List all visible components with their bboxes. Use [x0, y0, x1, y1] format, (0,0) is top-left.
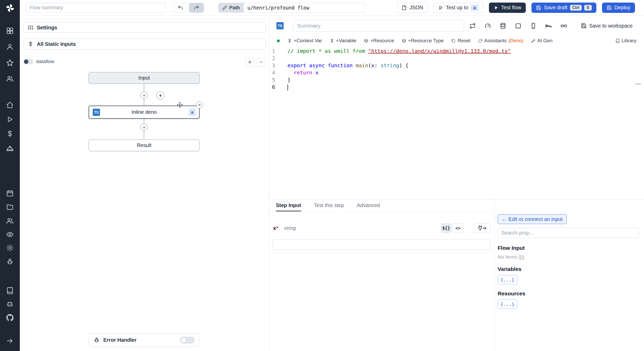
database-button[interactable]: [500, 23, 506, 29]
edit-or-connect-button[interactable]: ← Edit or connect an input: [498, 214, 567, 224]
step-id-badge: a: [189, 109, 196, 116]
reset-button[interactable]: Reset: [451, 38, 470, 44]
tab-advanced[interactable]: Advanced: [357, 199, 380, 211]
prop-search-input[interactable]: [498, 228, 639, 238]
grid-icon: [6, 27, 14, 35]
repeat-icon: [469, 23, 476, 29]
add-resource-type-button[interactable]: +Resource Type: [402, 38, 444, 44]
windmill-logo-icon[interactable]: [4, 2, 16, 14]
dataflow-label: dataflow: [36, 59, 54, 64]
dataflow-toggle[interactable]: [23, 59, 33, 64]
code-token: [353, 62, 356, 69]
path-input[interactable]: [244, 3, 365, 12]
code-line: 3 export async function main(x: string) …: [269, 62, 644, 69]
static-inputs-button[interactable]: All Static Inputs: [23, 39, 266, 49]
rest-button[interactable]: [545, 23, 552, 29]
flow-node-input[interactable]: Input: [89, 72, 200, 84]
arg-value-input[interactable]: [272, 239, 491, 250]
sidebar-item-apps[interactable]: [4, 25, 16, 37]
undo-icon: [177, 5, 183, 11]
sidebar-item-favorites[interactable]: [4, 57, 16, 69]
resources-expand-button[interactable]: {...}: [498, 299, 517, 309]
code-mode-button[interactable]: <>: [453, 223, 463, 233]
sidebar-item-variables[interactable]: [4, 128, 16, 140]
add-step-button[interactable]: [140, 124, 148, 131]
add-step-button[interactable]: [140, 92, 148, 99]
star-icon: [6, 59, 14, 66]
undo-button[interactable]: [173, 3, 188, 13]
flow-summary-input[interactable]: [26, 3, 166, 13]
zoom-out-button[interactable]: −: [257, 58, 266, 66]
error-handler-card[interactable]: Error Handler: [89, 333, 200, 347]
add-resource-button[interactable]: +Resource: [364, 38, 394, 44]
flow-node-result[interactable]: Result: [89, 140, 200, 151]
toggle-knob: [181, 337, 187, 343]
sidebar-item-discord[interactable]: [4, 298, 16, 310]
test-flow-button[interactable]: Test flow: [489, 3, 526, 13]
home-icon: [6, 101, 14, 109]
tab-step-input[interactable]: Step Input: [276, 199, 301, 211]
connect-arg-button[interactable]: [474, 223, 491, 233]
ai-gen-button[interactable]: AI Gen: [531, 38, 553, 44]
zoom-in-button[interactable]: +: [245, 58, 254, 66]
test-up-to-label: Test up to: [446, 5, 468, 11]
bed-icon: [545, 23, 552, 29]
sidebar-item-user[interactable]: [4, 41, 16, 53]
step-summary-input[interactable]: [293, 20, 464, 32]
code-token: main: [356, 62, 368, 69]
move-step-handle[interactable]: [176, 101, 183, 108]
path-chip[interactable]: Path: [218, 3, 244, 12]
performance-button[interactable]: [485, 23, 491, 29]
code-editor[interactable]: 1 // import * as wmill from "https://den…: [269, 47, 644, 199]
code-line: 2: [269, 55, 644, 62]
undo-redo-group: [173, 3, 204, 13]
input-node-label: Input: [138, 75, 150, 81]
redo-button[interactable]: [189, 3, 204, 13]
window-button[interactable]: [515, 23, 521, 29]
diff-button[interactable]: [469, 23, 476, 29]
template-mode-button[interactable]: ${}: [441, 223, 452, 233]
sidebar-item-schedules[interactable]: [4, 187, 16, 199]
code-token: :: [374, 62, 380, 69]
library-button[interactable]: Library: [615, 38, 637, 44]
variables-expand-button[interactable]: {...}: [498, 275, 517, 284]
play-filled-icon: [494, 5, 499, 10]
add-variable-button[interactable]: +Variable: [330, 38, 356, 44]
sidebar-item-users[interactable]: [4, 73, 16, 84]
add-context-var-button[interactable]: +Context Var: [287, 38, 322, 44]
dollar-icon: [330, 39, 334, 43]
add-trigger-button[interactable]: [156, 91, 164, 99]
bug-icon: [6, 258, 14, 266]
tab-test-this-step[interactable]: Test this step: [314, 199, 344, 211]
sidebar-item-audit-logs[interactable]: [4, 228, 16, 240]
sidebar-item-runs[interactable]: [4, 113, 16, 125]
sidebar-item-settings[interactable]: [4, 242, 16, 254]
editor-header-icons: [469, 23, 567, 29]
sidebar-item-groups[interactable]: [4, 215, 16, 227]
test-flow-label: Test flow: [501, 5, 521, 11]
context-var-label: +Context Var: [294, 38, 322, 44]
test-up-to-button[interactable]: Test up to a: [434, 3, 483, 13]
sidebar-item-folders[interactable]: [4, 201, 16, 213]
code-text: export async function main(x: string) {: [287, 62, 409, 69]
arg-type: string: [284, 225, 296, 231]
sidebar-item-home[interactable]: [4, 99, 16, 111]
save-to-workspace-button[interactable]: Save to workspace: [581, 23, 633, 29]
topbar: Path JSON Test up to a Test flow Save dr…: [20, 0, 644, 15]
save-draft-button[interactable]: Save draft Ctrl S: [531, 3, 596, 13]
close-icon: [198, 103, 201, 107]
sidebar-item-github[interactable]: [4, 312, 16, 323]
result-node-label: Result: [137, 142, 151, 148]
infinite-loop-button[interactable]: [561, 23, 567, 29]
json-button[interactable]: JSON: [397, 3, 428, 13]
deploy-button[interactable]: Deploy: [602, 3, 635, 13]
sidebar-item-error-handlers[interactable]: [4, 256, 16, 268]
delete-step-button[interactable]: [196, 101, 203, 108]
assistants-button[interactable]: Assistants (Deno): [478, 38, 523, 44]
sidebar-item-workers[interactable]: [4, 142, 16, 154]
flow-settings-button[interactable]: Settings: [23, 22, 266, 33]
mobile-view-button[interactable]: [530, 23, 537, 29]
sidebar-item-docs[interactable]: [4, 285, 16, 296]
error-handler-toggle[interactable]: [180, 337, 195, 344]
sidebar-expand-button[interactable]: [4, 335, 16, 347]
